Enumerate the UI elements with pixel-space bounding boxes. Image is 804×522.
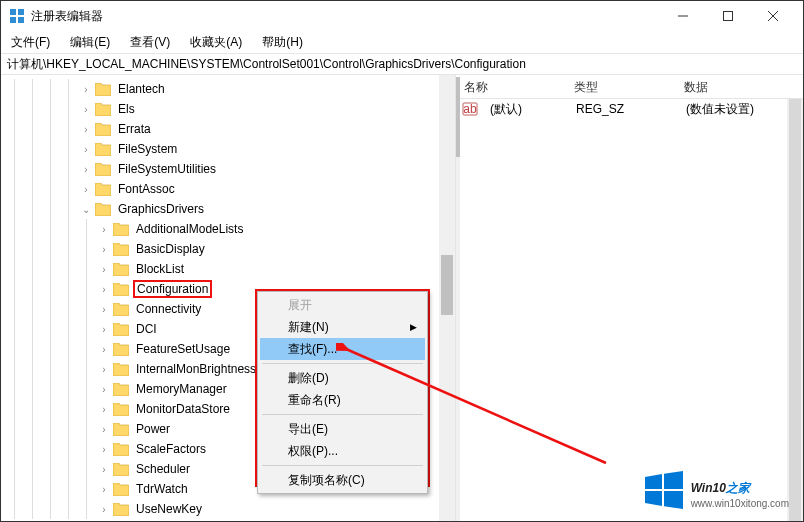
windows-logo-icon [643,469,685,511]
tree-scrollbar[interactable] [439,75,455,521]
chevron-right-icon[interactable]: › [97,222,111,236]
tree-item-errata[interactable]: ›Errata [1,119,455,139]
splitter-thumb[interactable] [456,77,460,157]
tree-item-label: MonitorDataStore [133,401,233,417]
tree-item-els[interactable]: ›Els [1,99,455,119]
folder-icon [113,483,129,496]
list-scrollbar[interactable] [787,99,803,521]
tree-item-elantech[interactable]: ›Elantech [1,79,455,99]
chevron-right-icon[interactable]: › [79,82,93,96]
close-button[interactable] [750,1,795,31]
folder-icon [95,83,111,96]
chevron-right-icon[interactable]: › [79,162,93,176]
svg-text:ab: ab [463,102,477,116]
ctx-separator [262,465,423,466]
folder-icon [95,143,111,156]
svg-marker-12 [645,474,662,489]
folder-icon [95,163,111,176]
tree-item-additionalmodelists[interactable]: ›AdditionalModeLists [1,219,455,239]
folder-icon [113,323,129,336]
chevron-right-icon[interactable]: › [97,422,111,436]
tree-item-label: InternalMonBrightness [133,361,259,377]
tree-item-label: FontAssoc [115,181,178,197]
tree-item-filesystem[interactable]: ›FileSystem [1,139,455,159]
app-icon [9,8,25,24]
chevron-right-icon[interactable]: › [97,302,111,316]
list-pane[interactable]: 名称 类型 数据 ab (默认) REG_SZ (数值未设置) [456,75,803,521]
menu-favorites[interactable]: 收藏夹(A) [186,32,246,53]
svg-rect-3 [18,17,24,23]
ctx-new[interactable]: 新建(N)▶ [260,316,425,338]
chevron-right-icon[interactable]: › [97,402,111,416]
ctx-separator [262,414,423,415]
folder-icon [113,343,129,356]
ctx-copykeyname[interactable]: 复制项名称(C) [260,469,425,491]
ctx-permissions[interactable]: 权限(P)... [260,440,425,462]
maximize-button[interactable] [705,1,750,31]
chevron-right-icon[interactable]: › [97,382,111,396]
folder-icon [113,383,129,396]
svg-rect-2 [10,17,16,23]
chevron-right-icon[interactable]: › [97,482,111,496]
chevron-right-icon[interactable]: › [97,502,111,516]
tree-scroll-thumb[interactable] [441,255,453,315]
chevron-right-icon[interactable]: › [79,182,93,196]
chevron-down-icon[interactable]: ⌄ [79,202,93,216]
folder-icon [113,243,129,256]
folder-icon [113,503,129,516]
ctx-delete[interactable]: 删除(D) [260,367,425,389]
tree-item-label: AdditionalModeLists [133,221,246,237]
tree-item-label: Scheduler [133,461,193,477]
address-text: 计算机\HKEY_LOCAL_MACHINE\SYSTEM\ControlSet… [7,56,526,73]
ctx-rename[interactable]: 重命名(R) [260,389,425,411]
menu-help[interactable]: 帮助(H) [258,32,307,53]
list-row[interactable]: ab (默认) REG_SZ (数值未设置) [456,99,803,119]
tree-item-label: Els [115,101,138,117]
tree-item-graphicsdrivers[interactable]: ⌄GraphicsDrivers [1,199,455,219]
folder-icon [113,443,129,456]
tree-item-label: Configuration [133,280,212,298]
tree-item-label: FileSystemUtilities [115,161,219,177]
tree-item-usenewkey[interactable]: ›UseNewKey [1,499,455,519]
menu-file[interactable]: 文件(F) [7,32,54,53]
tree-item-basicdisplay[interactable]: ›BasicDisplay [1,239,455,259]
tree-item-fontassoc[interactable]: ›FontAssoc [1,179,455,199]
ctx-expand[interactable]: 展开 [260,294,425,316]
tree-item-filesystemutilities[interactable]: ›FileSystemUtilities [1,159,455,179]
chevron-right-icon[interactable]: › [97,362,111,376]
menu-edit[interactable]: 编辑(E) [66,32,114,53]
ctx-find[interactable]: 查找(F)... [260,338,425,360]
list-scroll-thumb[interactable] [789,99,801,521]
chevron-right-icon[interactable]: › [97,242,111,256]
chevron-right-icon[interactable]: › [97,462,111,476]
col-type[interactable]: 类型 [566,75,676,98]
chevron-right-icon[interactable]: › [97,282,111,296]
tree-item-blocklist[interactable]: ›BlockList [1,259,455,279]
minimize-button[interactable] [660,1,705,31]
chevron-right-icon[interactable]: › [97,442,111,456]
ctx-export[interactable]: 导出(E) [260,418,425,440]
folder-icon [113,363,129,376]
folder-icon [113,403,129,416]
chevron-right-icon[interactable]: › [79,142,93,156]
chevron-right-icon[interactable]: › [79,122,93,136]
folder-icon [113,423,129,436]
chevron-right-icon[interactable]: › [97,322,111,336]
splitter-scrollbar[interactable] [456,77,460,521]
submenu-arrow-icon: ▶ [410,322,417,332]
folder-icon [113,263,129,276]
menubar: 文件(F) 编辑(E) 查看(V) 收藏夹(A) 帮助(H) [1,31,803,53]
tree-item-label: UseNewKey [133,501,205,517]
tree-item-label: Errata [115,121,154,137]
address-bar[interactable]: 计算机\HKEY_LOCAL_MACHINE\SYSTEM\ControlSet… [1,53,803,75]
chevron-right-icon[interactable]: › [79,102,93,116]
svg-rect-0 [10,9,16,15]
chevron-right-icon[interactable]: › [97,342,111,356]
chevron-right-icon[interactable]: › [97,262,111,276]
tree-item-label: BasicDisplay [133,241,208,257]
col-data[interactable]: 数据 [676,75,803,98]
svg-rect-5 [723,12,732,21]
menu-view[interactable]: 查看(V) [126,32,174,53]
col-name[interactable]: 名称 [456,75,566,98]
folder-icon [95,183,111,196]
